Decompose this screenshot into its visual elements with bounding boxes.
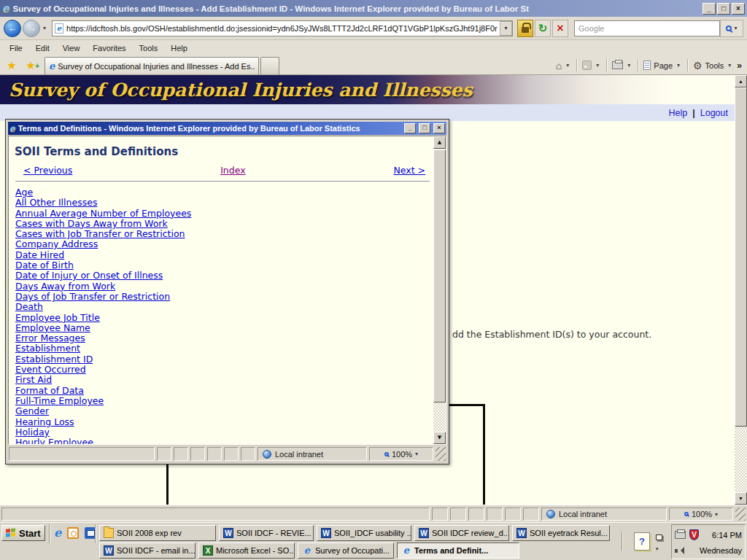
zoom-control[interactable]: 100% ▾	[669, 508, 733, 521]
printer-tray-icon[interactable]	[675, 531, 686, 539]
resize-grip[interactable]	[436, 447, 446, 461]
popup-close-icon[interactable]: ×	[433, 123, 445, 133]
taskbar-button[interactable]: SOII 2008 exp rev	[99, 525, 216, 541]
page-menu-icon[interactable]	[643, 61, 651, 70]
taskbar-button[interactable]: WSOII IDCF - REVIE...	[219, 525, 314, 541]
antivirus-shield-icon[interactable]: V	[689, 529, 699, 540]
definition-link[interactable]: Full-Time Employee	[15, 396, 446, 406]
taskbar-button[interactable]: WSOII IDCF review_d...	[414, 525, 509, 541]
zoom-dropdown-icon[interactable]: ▾	[715, 511, 718, 518]
definition-link[interactable]: Establishment ID	[15, 354, 446, 365]
zoom-dropdown-icon[interactable]: ▾	[415, 451, 418, 457]
logout-link[interactable]: Logout	[700, 108, 728, 118]
definition-link[interactable]: Death	[15, 302, 446, 312]
menu-view[interactable]: View	[56, 42, 87, 55]
definition-link[interactable]: Employee Job Title	[15, 313, 446, 323]
definition-link[interactable]: Format of Data	[15, 386, 446, 396]
menu-edit[interactable]: Edit	[29, 42, 56, 55]
definition-link[interactable]: Date of Birth	[15, 260, 446, 271]
add-favorite-button[interactable]: ★	[21, 58, 40, 74]
definition-link[interactable]: Hearing Loss	[15, 417, 446, 427]
definition-link[interactable]: Date Hired	[15, 250, 446, 260]
taskbar-button[interactable]: XMicrosoft Excel - SO...	[198, 542, 295, 559]
help-tray-button[interactable]: ?	[634, 532, 650, 551]
menu-help[interactable]: Help	[164, 42, 194, 55]
taskbar-button[interactable]: WSOII_IDCF usability ...	[317, 525, 411, 541]
tab-survey-active[interactable]: e Survey of Occupational Injuries and Il…	[44, 57, 259, 74]
definition-link[interactable]: Company Address	[15, 239, 446, 249]
scrollbar-thumb[interactable]	[735, 88, 747, 427]
next-link[interactable]: Next >	[393, 165, 425, 176]
definition-link[interactable]: Days Away from Work	[15, 281, 446, 292]
help-link[interactable]: Help	[669, 108, 688, 118]
window-restore-tray-icon[interactable]	[656, 534, 662, 540]
definition-link[interactable]: Hourly Employee	[15, 438, 446, 445]
refresh-button[interactable]: ↻	[535, 20, 551, 37]
definition-link[interactable]: First Aid	[15, 375, 446, 385]
security-lock-button[interactable]	[517, 20, 533, 37]
menu-file[interactable]: File	[3, 42, 29, 55]
index-link[interactable]: Index	[220, 165, 245, 176]
definition-link[interactable]: Event Occurred	[15, 365, 446, 375]
definition-link[interactable]: Annual Average Number of Employees	[15, 209, 446, 219]
popup-scroll-up-icon[interactable]: ▲	[433, 136, 446, 149]
definition-link[interactable]: Cases with Days Away from Work	[15, 219, 446, 229]
gear-icon[interactable]: ⚙	[693, 60, 703, 71]
search-go-button[interactable]: ▾	[720, 20, 743, 37]
zoom-control[interactable]: 100% ▾	[369, 447, 433, 461]
search-input[interactable]: Google	[574, 20, 720, 36]
main-scrollbar[interactable]: ▲ ▼	[735, 75, 747, 505]
feeds-dropdown-icon[interactable]: ▾	[593, 62, 602, 69]
menu-favorites[interactable]: Favorites	[86, 42, 132, 55]
forward-button[interactable]: →	[23, 20, 40, 37]
address-dropdown-icon[interactable]: ▾	[500, 21, 512, 36]
taskbar-button[interactable]: WSOII eyetrack Resul...	[512, 525, 610, 541]
tray-expand-icon[interactable]: ▾	[656, 546, 659, 552]
definition-link[interactable]: Date of Injury or Onset of Illness	[15, 271, 446, 281]
popup-scroll-down-icon[interactable]: ▼	[433, 432, 446, 444]
definition-link[interactable]: Days of Job Transfer or Restriction	[15, 292, 446, 302]
print-icon[interactable]	[612, 61, 623, 69]
scroll-up-icon[interactable]: ▲	[735, 75, 747, 88]
popup-minimize-icon[interactable]: _	[404, 123, 416, 133]
popup-maximize-icon[interactable]: □	[419, 123, 430, 133]
definition-link[interactable]: Cases with Job Transfer or Restriction	[15, 229, 446, 239]
speaker-icon[interactable]	[675, 547, 683, 554]
definition-link[interactable]: Gender	[15, 406, 446, 416]
definition-link[interactable]: Error Messages	[15, 333, 446, 343]
tools-menu-label[interactable]: Tools	[705, 61, 724, 70]
previous-link[interactable]: < Previous	[23, 165, 72, 176]
definition-link[interactable]: Establishment	[15, 343, 446, 354]
popup-scrollbar-thumb[interactable]	[433, 149, 446, 402]
print-dropdown-icon[interactable]: ▾	[624, 62, 633, 69]
menu-tools[interactable]: Tools	[133, 42, 165, 55]
search-dropdown-icon[interactable]: ▾	[734, 25, 737, 31]
history-dropdown-icon[interactable]: ▾	[40, 25, 49, 31]
definition-link[interactable]: Age	[15, 187, 446, 198]
home-icon[interactable]: ⌂	[556, 60, 562, 71]
new-tab-stub[interactable]	[260, 57, 279, 74]
page-dropdown-icon[interactable]: ▾	[674, 62, 683, 69]
clock-time[interactable]: 6:14 PM	[703, 531, 742, 540]
ie-quicklaunch-icon[interactable]: e	[54, 526, 61, 539]
feeds-icon[interactable]	[582, 61, 592, 70]
start-button[interactable]: Start	[1, 525, 45, 541]
clock-day[interactable]: Wednesday	[689, 546, 742, 555]
definition-link[interactable]: Employee Name	[15, 323, 446, 333]
back-button[interactable]: ←	[4, 20, 21, 37]
scroll-down-icon[interactable]: ▼	[735, 492, 747, 505]
clock-app-icon[interactable]	[67, 527, 79, 539]
taskbar-button[interactable]: eSurvey of Occupati...	[298, 542, 394, 559]
taskbar-button[interactable]: eTerms and Definit...	[397, 542, 519, 559]
tools-dropdown-icon[interactable]: ▾	[725, 62, 734, 69]
minimize-icon[interactable]: _	[703, 3, 716, 15]
toolbar-overflow-icon[interactable]: »	[735, 61, 743, 71]
stop-button[interactable]: ×	[552, 20, 568, 37]
close-icon[interactable]: ×	[732, 3, 745, 15]
page-menu-label[interactable]: Page	[654, 61, 673, 70]
address-input[interactable]: e https://idcftosh.bls.gov/OSH/establish…	[52, 20, 513, 36]
restore-icon[interactable]: □	[717, 3, 730, 15]
resize-grip[interactable]	[735, 508, 746, 521]
favorites-center-button[interactable]: ★	[2, 58, 21, 74]
definition-link[interactable]: Holiday	[15, 427, 446, 438]
